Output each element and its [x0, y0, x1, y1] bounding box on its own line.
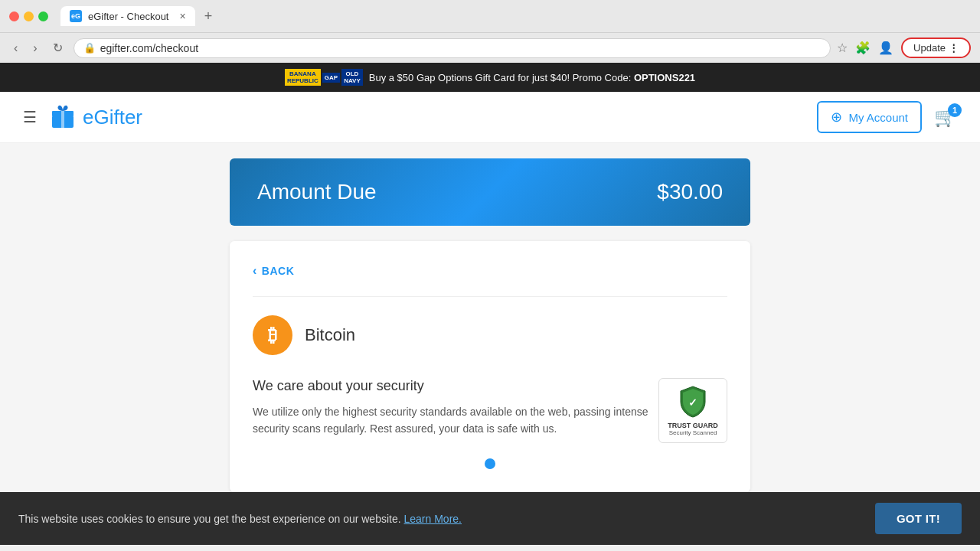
header-left: ☰ eGifter [23, 103, 142, 131]
amount-due-banner: Amount Due $30.00 [230, 158, 750, 226]
forward-nav-button[interactable]: › [28, 40, 41, 57]
back-link[interactable]: ‹ BACK [253, 264, 727, 278]
my-account-label: My Account [848, 111, 908, 124]
address-bar[interactable]: 🔒 egifter.com/checkout [74, 38, 831, 58]
logo-gift-icon [49, 103, 77, 131]
maximize-window-button[interactable] [38, 11, 48, 21]
svg-rect-2 [61, 111, 64, 128]
main-content: Amount Due $30.00 ‹ BACK ₿ Bitcoin We ca… [230, 143, 750, 507]
security-heading: We care about your security [253, 378, 658, 394]
promo-code: OPTIONS221 [634, 72, 695, 83]
bitcoin-icon: ₿ [253, 315, 292, 355]
browser-toolbar: ‹ › ↻ 🔒 egifter.com/checkout ☆ 🧩 👤 Updat… [0, 32, 980, 63]
amount-due-label: Amount Due [257, 180, 377, 204]
update-label: Update [913, 42, 946, 54]
lock-icon: 🔒 [83, 42, 96, 54]
bitcoin-section: ₿ Bitcoin [253, 315, 727, 355]
trust-guard-badge: ✓ TRUST GUARD Security Scanned [658, 378, 727, 443]
site-header: ☰ eGifter ⊕ My Account 🛒 1 [0, 92, 980, 143]
browser-window-controls [9, 11, 48, 21]
browser-chrome: eG eGifter - Checkout × + ‹ › ↻ 🔒 egifte… [0, 0, 980, 63]
cart-button[interactable]: 🛒 1 [934, 106, 957, 128]
header-right: ⊕ My Account 🛒 1 [817, 101, 957, 133]
minimize-window-button[interactable] [24, 11, 34, 21]
svg-text:✓: ✓ [688, 396, 697, 409]
cookie-banner: This website uses cookies to ensure you … [0, 492, 980, 545]
promo-message: Buy a $50 Gap Options Gift Card for just… [369, 72, 634, 83]
update-dots-icon: ⋮ [949, 42, 959, 54]
page-content: BANANAREPUBLIC GAP OLDNAVY Buy a $50 Gap… [0, 63, 980, 545]
browser-tab[interactable]: eG eGifter - Checkout × [60, 6, 195, 26]
back-chevron-icon: ‹ [253, 264, 257, 278]
my-account-button[interactable]: ⊕ My Account [817, 101, 922, 133]
new-tab-button[interactable]: + [204, 8, 213, 24]
cart-badge: 1 [948, 103, 962, 117]
security-text-block: We care about your security We utilize o… [253, 378, 658, 438]
gap-logo-part: GAP [322, 73, 340, 83]
trust-guard-shield-icon: ✓ [678, 385, 708, 419]
update-button[interactable]: Update ⋮ [901, 37, 971, 58]
promo-banner: BANANAREPUBLIC GAP OLDNAVY Buy a $50 Gap… [0, 63, 980, 92]
security-body: We utilize only the highest security sta… [253, 403, 658, 438]
got-it-button[interactable]: GOT IT! [875, 503, 962, 534]
logo-text: eGifter [83, 106, 142, 129]
scroll-indicator [253, 458, 727, 469]
back-nav-button[interactable]: ‹ [9, 40, 22, 57]
banana-republic-logo: BANANAREPUBLIC [285, 69, 321, 86]
tab-title: eGifter - Checkout [88, 11, 169, 22]
learn-more-link[interactable]: Learn More. [404, 513, 462, 525]
my-account-icon: ⊕ [831, 109, 842, 126]
hamburger-menu-button[interactable]: ☰ [23, 108, 37, 126]
promo-text: Buy a $50 Gap Options Gift Card for just… [369, 72, 695, 83]
close-window-button[interactable] [9, 11, 19, 21]
security-section: We care about your security We utilize o… [253, 378, 727, 443]
cookie-text-content: This website uses cookies to ensure you … [18, 513, 404, 525]
bookmark-button[interactable]: ☆ [837, 41, 848, 55]
amount-due-value: $30.00 [657, 180, 723, 204]
trust-guard-sub: Security Scanned [669, 429, 717, 436]
profile-button[interactable]: 👤 [878, 41, 893, 55]
reload-button[interactable]: ↻ [48, 39, 67, 57]
extensions-button[interactable]: 🧩 [855, 41, 871, 55]
old-navy-logo: OLDNAVY [341, 69, 363, 86]
browser-titlebar: eG eGifter - Checkout × + [0, 0, 980, 32]
checkout-card: ‹ BACK ₿ Bitcoin We care about your secu… [230, 241, 750, 492]
cookie-message: This website uses cookies to ensure you … [18, 513, 462, 525]
address-text: egifter.com/checkout [100, 42, 198, 54]
divider [253, 296, 727, 297]
tab-close-button[interactable]: × [180, 10, 186, 22]
logo-link[interactable]: eGifter [49, 103, 142, 131]
bitcoin-label: Bitcoin [305, 325, 355, 345]
trust-guard-label: TRUST GUARD [668, 422, 718, 429]
scroll-dot-icon [485, 458, 495, 469]
gap-logo: BANANAREPUBLIC GAP OLDNAVY [285, 69, 363, 86]
back-label: BACK [262, 265, 294, 277]
tab-favicon: eG [70, 10, 82, 22]
browser-toolbar-icons: ☆ 🧩 👤 Update ⋮ [837, 37, 971, 58]
